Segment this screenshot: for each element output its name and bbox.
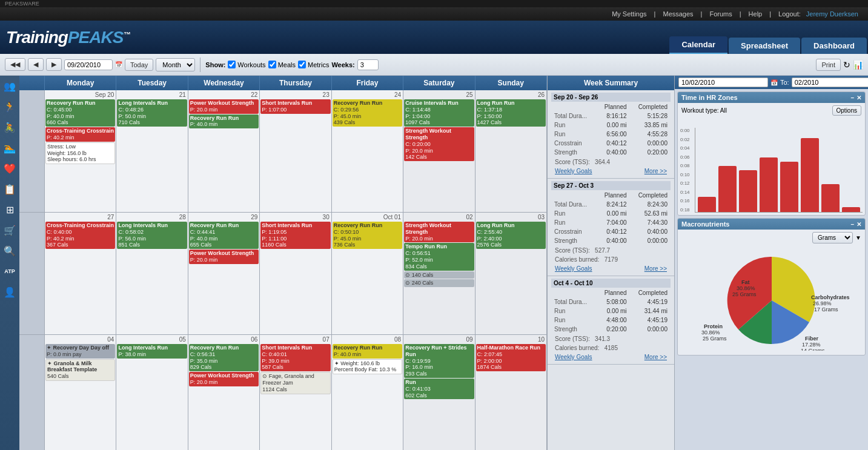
right-scroll[interactable]: Time in HR Zones – ✕ Workout type: All O… (675, 89, 868, 450)
sidebar-bike-icon[interactable]: 🚴 (2, 119, 18, 135)
event-cross-training-27[interactable]: Cross-Training Crosstrain C: 0:40:00P: 4… (45, 222, 115, 249)
cal-day-oct01[interactable]: Oct 01 Recovery Run Run C: 0:50:10P: 45.… (332, 213, 403, 334)
macro-minimize-icon[interactable]: – (850, 221, 854, 228)
cal-day-03[interactable]: 03 Long Run Run C: 2:55:40P: 2:40:002576… (475, 213, 547, 334)
event-recovery-run-24[interactable]: Recovery Run Run C: 0:29:56P: 45.0 min43… (333, 99, 402, 127)
cal-day-10[interactable]: 10 Half-Marathon Race Run C: 2:07:45P: 2… (475, 335, 547, 450)
event-granola-04[interactable]: ✦ Granola & Milk Breakfast Template 540 … (45, 359, 115, 381)
cal-day-08[interactable]: 08 Recovery Run Run P: 40.0 min ✦ Weight… (332, 335, 403, 450)
event-long-run-03[interactable]: Long Run Run C: 2:55:40P: 2:40:002576 Ca… (476, 222, 546, 249)
cal-day-30[interactable]: 30 Short Intervals Run P: 1:19:05P: 1:11… (260, 213, 331, 334)
event-cruise-intervals-25[interactable]: Cruise Intervals Run C: 1:14:48P: 1:04:0… (404, 99, 474, 127)
refresh-icon[interactable]: ↻ (843, 60, 850, 70)
sidebar-atp-icon[interactable]: ATP (2, 263, 18, 279)
calendar-icon[interactable]: 📅 (115, 61, 122, 68)
view-select[interactable]: Month Week Day (156, 58, 195, 71)
macro-unit-select[interactable]: Grams Calories Percent (812, 232, 853, 243)
weeks-input[interactable] (357, 59, 379, 70)
username-link[interactable]: Jeremy Duerksen (806, 10, 858, 18)
cal-day-07[interactable]: 07 Short Intervals Run C: 0:40:01P: 39.0… (260, 335, 331, 450)
meals-checkbox[interactable] (268, 61, 276, 68)
cal-day-09[interactable]: 09 Recovery Run + Strides Run C: 0:19:59… (403, 335, 475, 450)
weekly-goals-link-3[interactable]: Weekly Goals (555, 354, 592, 360)
event-recovery-run-oct01[interactable]: Recovery Run Run C: 0:50:10P: 45.0 min73… (333, 222, 402, 249)
event-strength-workout-25[interactable]: Strength Workout Strength C: 0:20:00P: 2… (404, 127, 474, 161)
cal-day-23[interactable]: 23 Short Intervals Run P: 1:07:00 (260, 90, 331, 212)
weekly-goals-link-1[interactable]: Weekly Goals (555, 168, 592, 174)
options-button[interactable]: Options (832, 105, 861, 116)
event-recovery-day-04[interactable]: ✦ Recovery Day Day off P: 0.0 min pay (45, 344, 115, 359)
nav-back-button[interactable]: ◀◀ (5, 58, 25, 71)
sidebar-people-icon[interactable]: 👥 (2, 78, 18, 94)
metrics-checkbox[interactable] (298, 61, 306, 68)
event-recovery-run-06[interactable]: Recovery Run Run C: 0:56:31P: 35.0 min82… (189, 344, 259, 371)
sidebar-cart-icon[interactable]: 🛒 (2, 222, 18, 238)
sidebar-swim-icon[interactable]: 🏊 (2, 140, 18, 156)
event-short-intervals-23[interactable]: Short Intervals Run P: 1:07:00 (260, 99, 330, 114)
event-long-intervals-05[interactable]: Long Intervals Run P: 38.0 min (117, 344, 187, 359)
more-link-3[interactable]: More >> (644, 354, 667, 360)
cal-day-06[interactable]: 06 Recovery Run Run C: 0:56:31P: 35.0 mi… (188, 335, 260, 450)
macro-close-icon[interactable]: ✕ (856, 221, 861, 228)
cal-day-25[interactable]: 25 Cruise Intervals Run C: 1:14:48P: 1:0… (403, 90, 475, 212)
from-date-input[interactable] (678, 78, 768, 87)
cal-day-sep20[interactable]: Sep 20 Recovery Run Run C: 0:45:00P: 40.… (45, 90, 116, 212)
event-notes-sep20[interactable]: Stress: LowWeight: 156.0 lbSleep hours: … (45, 142, 115, 164)
metrics-check[interactable]: Metrics (298, 61, 329, 68)
sidebar-user-icon[interactable]: 👤 (2, 284, 18, 300)
macro-dropdown-icon[interactable]: ▼ (855, 234, 861, 241)
event-strength-workout-02[interactable]: Strength Workout Strength P: 20.0 min (404, 222, 474, 242)
workouts-check[interactable]: Workouts (228, 61, 265, 68)
more-link-1[interactable]: More >> (644, 168, 667, 174)
print-button[interactable]: Print (816, 59, 841, 71)
more-link-2[interactable]: More >> (644, 265, 667, 272)
event-power-workout-29[interactable]: Power Workout Strength P: 20.0 min (189, 250, 259, 264)
help-link[interactable]: Help (749, 10, 763, 18)
event-long-intervals-28[interactable]: Long Intervals Run C: 0:58:02P: 56.0 min… (117, 222, 187, 249)
hr-close-icon[interactable]: ✕ (856, 94, 861, 101)
to-date-input[interactable] (792, 78, 868, 87)
nav-prev-button[interactable]: ◀ (28, 58, 44, 71)
event-cross-training[interactable]: Cross-Training Crosstrain P: 40.2 min (45, 127, 115, 142)
tab-dashboard[interactable]: Dashboard (801, 38, 867, 54)
event-fage-07[interactable]: ⊙ Fage, Granola and Freezer Jam 1124 Cal… (260, 372, 330, 394)
event-run-09[interactable]: Run C: 0:41:03602 Cals (404, 379, 474, 399)
chart-icon[interactable]: 📊 (853, 60, 863, 70)
event-recovery-run-22[interactable]: Recovery Run Run P: 40.0 min (189, 114, 259, 129)
event-long-run-26[interactable]: Long Run Run C: 1:37:18P: 1:50:001427 Ca… (476, 99, 546, 127)
event-short-intervals-30[interactable]: Short Intervals Run P: 1:19:05P: 1:11:00… (260, 222, 330, 249)
tab-calendar[interactable]: Calendar (669, 36, 727, 54)
event-long-intervals-21[interactable]: Long Intervals Run C: 0:48:26P: 50.0 min… (117, 99, 187, 127)
event-power-workout-06[interactable]: Power Workout Strength P: 20.0 min (189, 372, 259, 386)
event-notes-08[interactable]: ✦ Weight: 160.6 lb Percent Body Fat: 10.… (333, 359, 402, 375)
event-power-workout-22[interactable]: Power Workout Strength P: 20.0 min (189, 99, 259, 114)
cal-day-05[interactable]: 05 Long Intervals Run P: 38.0 min (116, 335, 188, 450)
sidebar-grid-icon[interactable]: ⊞ (2, 202, 18, 217)
cal-day-04[interactable]: 04 ✦ Recovery Day Day off P: 0.0 min pay… (45, 335, 116, 450)
workouts-checkbox[interactable] (228, 61, 236, 68)
cal-day-02[interactable]: 02 Strength Workout Strength P: 20.0 min… (403, 213, 475, 334)
event-recovery-run-29[interactable]: Recovery Run Run C: 0:44:41P: 40.0 min65… (189, 222, 259, 249)
sidebar-heart-icon[interactable]: ❤️ (2, 160, 18, 176)
event-recovery-strides-09[interactable]: Recovery Run + Strides Run C: 0:19:59P: … (404, 344, 474, 378)
cal-day-27[interactable]: 27 Cross-Training Crosstrain C: 0:40:00P… (45, 213, 116, 334)
cal-day-28[interactable]: 28 Long Intervals Run C: 0:58:02P: 56.0 … (116, 213, 188, 334)
from-cal-icon[interactable]: 📅 (770, 79, 778, 86)
date-input[interactable] (64, 59, 113, 70)
event-short-intervals-07[interactable]: Short Intervals Run C: 0:40:01P: 39.0 mi… (260, 344, 330, 371)
event-tempo-run-02[interactable]: Tempo Run Run C: 0:56:51P: 52.0 min834 C… (404, 243, 474, 270)
cal-day-29[interactable]: 29 Recovery Run Run C: 0:44:41P: 40.0 mi… (188, 213, 260, 334)
settings-link[interactable]: My Settings (612, 10, 646, 18)
sidebar-runner-icon[interactable]: 🏃 (2, 99, 18, 114)
sidebar-search-icon[interactable]: 🔍 (2, 243, 18, 259)
tab-spreadsheet[interactable]: Spreadsheet (729, 38, 800, 54)
cal-day-24[interactable]: 24 Recovery Run Run C: 0:29:56P: 45.0 mi… (332, 90, 403, 212)
cal-day-21[interactable]: 21 Long Intervals Run C: 0:48:26P: 50.0 … (116, 90, 188, 212)
hr-minimize-icon[interactable]: – (850, 94, 854, 101)
event-recovery-run-08[interactable]: Recovery Run Run P: 40.0 min (333, 344, 402, 359)
weekly-goals-link-2[interactable]: Weekly Goals (555, 265, 592, 272)
event-cals-240[interactable]: ⊙ 240 Cals (404, 279, 474, 287)
event-cals-140[interactable]: ⊙ 140 Cals (404, 271, 474, 279)
event-recovery-run[interactable]: Recovery Run Run C: 0:45:00P: 40.0 min66… (45, 99, 115, 127)
sidebar-list-icon[interactable]: 📋 (2, 181, 18, 197)
